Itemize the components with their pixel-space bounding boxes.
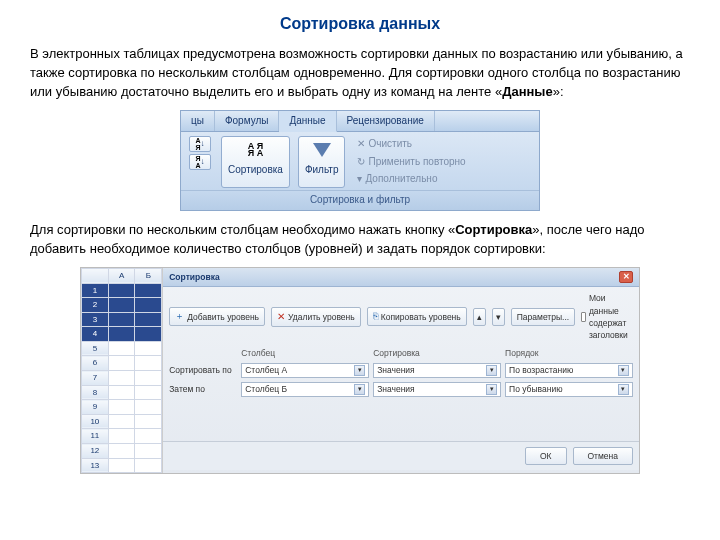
filter-options: ✕Очистить ↻Применить повторно ▾Дополните… <box>353 136 469 188</box>
row-header[interactable]: 12 <box>82 444 109 459</box>
row1-sort-value: Значения <box>377 364 415 376</box>
row-header[interactable]: 8 <box>82 385 109 400</box>
dialog-title-text: Сортировка <box>169 271 219 283</box>
dialog-screenshot: А Б 1 2 3 4 5 6 7 8 9 10 11 12 13 Сортир… <box>80 267 640 474</box>
corner-cell[interactable] <box>82 268 109 283</box>
row1-column-combo[interactable]: Столбец А▾ <box>241 363 369 378</box>
chevron-down-icon: ▾ <box>496 311 501 323</box>
move-up-button[interactable]: ▴ <box>473 308 486 326</box>
table-row[interactable]: 1 <box>82 283 162 298</box>
row1-sort-combo[interactable]: Значения▾ <box>373 363 501 378</box>
row2-sort-value: Значения <box>377 383 415 395</box>
reapply-label: Применить повторно <box>368 155 465 170</box>
plus-icon: ＋ <box>175 310 184 323</box>
dropdown-icon: ▾ <box>618 384 629 395</box>
dropdown-icon: ▾ <box>486 365 497 376</box>
col-column: Столбец <box>241 347 369 359</box>
tab-review[interactable]: Рецензирование <box>337 111 435 132</box>
row-header[interactable]: 3 <box>82 312 109 327</box>
table-row[interactable]: 5 <box>82 341 162 356</box>
sort-desc-button[interactable]: ЯА↓ <box>189 154 211 170</box>
tab-data[interactable]: Данные <box>279 111 336 133</box>
dialog-titlebar: Сортировка ✕ <box>163 268 639 287</box>
row1-column-value: Столбец А <box>245 364 287 376</box>
para1-text: В электронных таблицах предусмотрена воз… <box>30 46 683 99</box>
row-header[interactable]: 5 <box>82 341 109 356</box>
table-row[interactable]: 8 <box>82 385 162 400</box>
move-down-button[interactable]: ▾ <box>492 308 505 326</box>
advanced-icon: ▾ <box>357 172 362 187</box>
clear-button[interactable]: ✕Очистить <box>353 136 469 153</box>
row2-sort-combo[interactable]: Значения▾ <box>373 382 501 397</box>
row-header[interactable]: 10 <box>82 414 109 429</box>
table-row[interactable]: 13 <box>82 458 162 473</box>
tab-formulas[interactable]: Формулы <box>215 111 280 132</box>
dialog-toolbar: ＋Добавить уровень ✕Удалить уровень ⎘Копи… <box>163 287 639 346</box>
dropdown-icon: ▾ <box>486 384 497 395</box>
col-a-header[interactable]: А <box>108 268 135 283</box>
ribbon-body: АЯ↓ ЯА↓ А ЯЯ А Сортировка Фильтр ✕Очисти… <box>181 132 539 190</box>
sheet-rows: 1 2 3 4 5 6 7 8 9 10 11 12 13 <box>82 283 162 473</box>
row-header[interactable]: 7 <box>82 371 109 386</box>
dropdown-icon: ▾ <box>354 384 365 395</box>
copy-level-label: Копировать уровень <box>381 311 461 323</box>
advanced-button[interactable]: ▾Дополнительно <box>353 171 469 188</box>
row2-column-combo[interactable]: Столбец Б▾ <box>241 382 369 397</box>
filter-button[interactable]: Фильтр <box>298 136 346 188</box>
dropdown-icon: ▾ <box>618 365 629 376</box>
row2-order-combo[interactable]: По убыванию▾ <box>505 382 633 397</box>
dialog-footer: ОК Отмена <box>163 441 639 470</box>
add-level-button[interactable]: ＋Добавить уровень <box>169 307 265 326</box>
table-row[interactable]: 4 <box>82 327 162 342</box>
row-header[interactable]: 9 <box>82 400 109 415</box>
table-row[interactable]: 10 <box>82 414 162 429</box>
spreadsheet: А Б 1 2 3 4 5 6 7 8 9 10 11 12 13 <box>81 268 163 473</box>
table-row[interactable]: 9 <box>82 400 162 415</box>
row1-order-combo[interactable]: По возрастанию▾ <box>505 363 633 378</box>
row-header[interactable]: 13 <box>82 458 109 473</box>
intro-paragraph: В электронных таблицах предусмотрена воз… <box>30 45 690 102</box>
table-row[interactable]: 6 <box>82 356 162 371</box>
table-row[interactable]: 2 <box>82 298 162 313</box>
row-header[interactable]: 1 <box>82 283 109 298</box>
close-icon: ✕ <box>623 271 630 283</box>
ribbon-tabs: цы Формулы Данные Рецензирование <box>181 111 539 133</box>
sort-level-1: Сортировать по Столбец А▾ Значения▾ По в… <box>163 361 639 380</box>
sort-quick-group: АЯ↓ ЯА↓ <box>187 136 213 188</box>
row-header[interactable]: 6 <box>82 356 109 371</box>
sheet-table: А Б 1 2 3 4 5 6 7 8 9 10 11 12 13 <box>81 268 162 473</box>
reapply-button[interactable]: ↻Применить повторно <box>353 154 469 171</box>
table-row[interactable]: 11 <box>82 429 162 444</box>
sort-level-2: Затем по Столбец Б▾ Значения▾ По убывани… <box>163 380 639 399</box>
clear-icon: ✕ <box>357 137 365 152</box>
checkbox-icon <box>581 312 586 322</box>
close-button[interactable]: ✕ <box>619 271 633 283</box>
sort-asc-button[interactable]: АЯ↓ <box>189 136 211 152</box>
headers-checkbox-label: Мои данные содержат заголовки <box>589 292 633 341</box>
sort-icon: А ЯЯ А <box>243 139 267 161</box>
params-button[interactable]: Параметры... <box>511 308 575 326</box>
ribbon-screenshot: цы Формулы Данные Рецензирование АЯ↓ ЯА↓… <box>180 110 540 212</box>
ribbon-group-label: Сортировка и фильтр <box>181 190 539 211</box>
row-header[interactable]: 2 <box>82 298 109 313</box>
row-header[interactable]: 11 <box>82 429 109 444</box>
filter-label: Фильтр <box>305 163 339 178</box>
para1-tail: »: <box>553 84 564 99</box>
para2-bold: Сортировка <box>455 222 532 237</box>
delete-level-button[interactable]: ✕Удалить уровень <box>271 307 361 328</box>
col-sort: Сортировка <box>373 347 501 359</box>
col-b-header[interactable]: Б <box>135 268 162 283</box>
sort-dialog: Сортировка ✕ ＋Добавить уровень ✕Удалить … <box>163 268 639 473</box>
sort-button[interactable]: А ЯЯ А Сортировка <box>221 136 290 188</box>
clear-label: Очистить <box>368 137 412 152</box>
table-row[interactable]: 7 <box>82 371 162 386</box>
dropdown-icon: ▾ <box>354 365 365 376</box>
cancel-button[interactable]: Отмена <box>573 447 634 465</box>
tab-partial[interactable]: цы <box>181 111 215 132</box>
ok-button[interactable]: ОК <box>525 447 567 465</box>
row-header[interactable]: 4 <box>82 327 109 342</box>
headers-checkbox-wrap[interactable]: Мои данные содержат заголовки <box>581 292 633 341</box>
table-row[interactable]: 12 <box>82 444 162 459</box>
table-row[interactable]: 3 <box>82 312 162 327</box>
copy-level-button[interactable]: ⎘Копировать уровень <box>367 307 467 326</box>
